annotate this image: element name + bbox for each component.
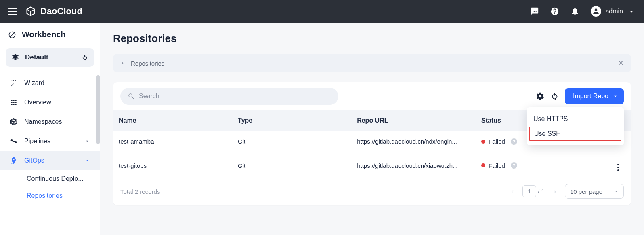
sidebar-item-namespaces[interactable]: Namespaces <box>0 112 100 131</box>
repositories-card: Import Repo Use HTTPS Use SSH Name Type … <box>113 82 631 205</box>
help-icon[interactable] <box>550 7 559 16</box>
topbar-right: admin <box>530 6 636 17</box>
search-icon <box>128 93 135 100</box>
help-tooltip-icon[interactable]: ? <box>511 162 517 169</box>
sidebar: Workbench Default Wizard Overview N <box>0 23 100 235</box>
page-input[interactable] <box>522 185 536 197</box>
main-content: Repositories Repositories ✕ Import Repo <box>100 23 644 235</box>
sidebar-sub-continuous-deploy[interactable]: Continuous Deplo... <box>0 170 100 187</box>
help-tooltip-icon[interactable]: ? <box>511 138 517 145</box>
close-icon[interactable]: ✕ <box>618 59 624 68</box>
grid-icon <box>10 98 18 106</box>
sidebar-item-gitops[interactable]: GitOps <box>0 151 100 170</box>
col-type: Type <box>232 110 351 131</box>
username: admin <box>605 8 623 15</box>
page-title: Repositories <box>113 32 631 45</box>
user-menu[interactable]: admin <box>591 6 636 17</box>
pipeline-icon <box>10 137 18 145</box>
dropdown-item-https[interactable]: Use HTTPS <box>527 111 624 127</box>
table-footer: Total 2 records ‹ / 1 › 10 per page <box>113 178 631 202</box>
page-next-button[interactable]: › <box>554 187 556 196</box>
search-box[interactable] <box>120 88 338 105</box>
chevron-down-icon <box>613 93 618 99</box>
layout: Workbench Default Wizard Overview N <box>0 23 644 235</box>
breadcrumb-bar: Repositories ✕ <box>113 54 631 72</box>
workbench-icon <box>8 31 16 39</box>
row-actions-menu[interactable] <box>617 164 619 171</box>
workspace-selector[interactable]: Default <box>6 48 94 67</box>
sidebar-item-pipelines[interactable]: Pipelines <box>0 131 100 151</box>
sidebar-sub-repositories[interactable]: Repositories <box>0 187 100 204</box>
chevron-down-icon <box>84 138 90 144</box>
status-dot-failed <box>481 140 485 144</box>
gear-icon[interactable] <box>536 92 545 101</box>
chevron-down-icon <box>627 7 636 16</box>
search-input[interactable] <box>139 93 331 100</box>
wand-icon <box>10 79 18 87</box>
chevron-down-icon <box>614 189 619 194</box>
table-row[interactable]: test-gitops Git https://gitlab.daocloud.… <box>113 152 631 179</box>
page-prev-button[interactable]: ‹ <box>511 187 514 196</box>
breadcrumb-item[interactable]: Repositories <box>131 60 164 67</box>
card-toolbar: Import Repo Use HTTPS Use SSH <box>113 82 631 110</box>
sidebar-item-overview[interactable]: Overview <box>0 93 100 112</box>
avatar-icon <box>591 6 601 17</box>
bell-icon[interactable] <box>571 7 579 16</box>
rocket-icon <box>10 157 18 165</box>
status-dot-failed <box>481 163 485 167</box>
cube-icon <box>25 6 36 17</box>
total-records: Total 2 records <box>120 188 160 195</box>
sidebar-title: Workbench <box>0 23 100 47</box>
brand-logo[interactable]: DaoCloud <box>25 6 82 17</box>
chevron-up-icon <box>84 158 90 163</box>
pagination: ‹ / 1 › 10 per page <box>511 184 624 199</box>
import-repo-dropdown: Use HTTPS Use SSH <box>527 107 624 145</box>
topbar-left: DaoCloud <box>8 6 82 17</box>
sidebar-item-wizard[interactable]: Wizard <box>0 73 100 93</box>
sidebar-scrollbar[interactable] <box>96 75 100 144</box>
menu-toggle-button[interactable] <box>8 8 17 15</box>
refresh-icon[interactable] <box>81 54 88 61</box>
topbar: DaoCloud admin <box>0 0 644 23</box>
col-url: Repo URL <box>351 110 476 131</box>
col-name: Name <box>113 110 232 131</box>
chevron-right-icon <box>120 61 125 66</box>
per-page-select[interactable]: 10 per page <box>565 184 624 199</box>
workspace-icon <box>11 53 19 61</box>
chat-icon[interactable] <box>530 7 539 16</box>
import-repo-button[interactable]: Import Repo <box>565 88 624 104</box>
dropdown-item-ssh[interactable]: Use SSH <box>529 127 621 141</box>
cube-outline-icon <box>10 118 18 126</box>
brand-name: DaoCloud <box>40 6 82 17</box>
refresh-icon[interactable] <box>550 92 559 101</box>
